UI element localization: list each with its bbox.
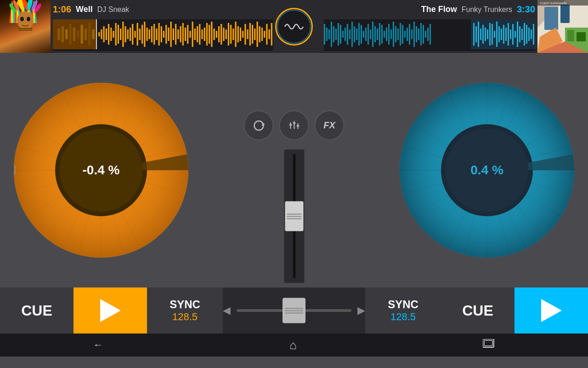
- track-title-left: Well: [76, 5, 93, 14]
- svg-rect-32: [118, 25, 119, 44]
- svg-rect-110: [349, 29, 351, 39]
- svg-rect-45: [149, 29, 150, 39]
- track-header-left: 1:06 Well DJ Sneak: [53, 2, 273, 15]
- svg-rect-90: [256, 22, 258, 47]
- pitch-handle[interactable]: [285, 201, 303, 231]
- crossfader-track-container[interactable]: [237, 309, 351, 312]
- svg-rect-36: [127, 29, 129, 39]
- play-button-right[interactable]: [514, 288, 588, 334]
- svg-rect-160: [503, 25, 504, 44]
- svg-rect-141: [420, 23, 422, 46]
- svg-rect-14: [62, 26, 64, 42]
- eq-button[interactable]: [279, 110, 309, 140]
- svg-rect-138: [413, 22, 415, 47]
- svg-rect-107: [342, 31, 344, 38]
- svg-rect-67: [201, 29, 203, 39]
- svg-rect-116: [363, 31, 364, 38]
- svg-rect-153: [487, 29, 488, 39]
- svg-rect-92: [261, 28, 263, 41]
- svg-rect-40: [137, 23, 138, 46]
- svg-rect-31: [115, 23, 117, 46]
- svg-rect-83: [240, 28, 241, 41]
- svg-rect-219: [296, 125, 299, 126]
- svg-rect-163: [510, 29, 511, 39]
- svg-rect-91: [259, 26, 260, 42]
- svg-rect-20: [85, 29, 87, 40]
- waveform-left[interactable]: [53, 19, 273, 51]
- svg-rect-217: [289, 124, 292, 126]
- svg-rect-132: [400, 23, 401, 46]
- svg-rect-62: [189, 31, 191, 38]
- svg-rect-170: [526, 25, 527, 44]
- back-button[interactable]: ←: [93, 339, 103, 351]
- system-bar: ← ⌂: [0, 334, 588, 356]
- svg-rect-152: [485, 28, 486, 41]
- svg-rect-173: [533, 24, 534, 45]
- center-logo: [273, 6, 315, 47]
- svg-rect-158: [498, 26, 500, 42]
- svg-rect-95: [269, 29, 270, 39]
- svg-rect-85: [244, 24, 246, 45]
- svg-rect-102: [331, 22, 332, 47]
- svg-rect-25: [101, 29, 102, 39]
- loop-button[interactable]: [244, 110, 274, 140]
- svg-text:CUBIST EXPANSION: CUBIST EXPANSION: [540, 2, 566, 5]
- svg-rect-60: [185, 28, 186, 41]
- turntable-left[interactable]: /* rays drawn below */: [14, 83, 188, 258]
- svg-rect-177: [560, 5, 570, 23]
- waveform-right[interactable]: [324, 19, 535, 51]
- top-bar-left: 1:06 Well DJ Sneak: [51, 2, 273, 51]
- svg-rect-134: [404, 31, 406, 38]
- svg-rect-59: [182, 23, 184, 46]
- bpm-right: 128.5: [390, 311, 416, 323]
- play-icon-left: [100, 299, 121, 322]
- svg-rect-218: [293, 122, 295, 124]
- svg-rect-130: [395, 26, 396, 42]
- svg-rect-69: [206, 23, 208, 46]
- svg-rect-87: [249, 23, 251, 46]
- track-header-right: 3:30 Funky Trunkers The Flow: [421, 2, 535, 15]
- svg-rect-48: [156, 29, 157, 40]
- svg-rect-176: [544, 7, 558, 30]
- time-right: 3:30: [517, 4, 535, 15]
- svg-rect-22: [92, 29, 95, 39]
- fx-button[interactable]: FX: [315, 110, 345, 140]
- svg-rect-55: [173, 29, 174, 40]
- cue-button-right[interactable]: CUE: [441, 288, 514, 334]
- svg-rect-97: [96, 19, 97, 49]
- svg-rect-18: [77, 31, 79, 38]
- svg-point-8: [20, 17, 24, 21]
- cue-button-left[interactable]: CUE: [0, 288, 74, 334]
- crossfader-area[interactable]: ◀ ▶: [223, 288, 365, 334]
- album-art-left[interactable]: [0, 0, 51, 53]
- svg-rect-117: [365, 28, 367, 41]
- svg-rect-114: [358, 23, 360, 46]
- svg-rect-72: [214, 29, 215, 40]
- sync-button-right[interactable]: SYNC 128.5: [365, 288, 441, 334]
- track-artist-left: DJ Sneak: [97, 6, 129, 14]
- play-button-left[interactable]: [74, 288, 147, 334]
- svg-rect-139: [416, 26, 417, 42]
- turntable-right[interactable]: 0.4 %: [400, 83, 574, 258]
- sync-button-left[interactable]: SYNC 128.5: [147, 288, 223, 334]
- svg-rect-111: [351, 22, 353, 47]
- svg-rect-52: [165, 25, 167, 44]
- svg-rect-140: [418, 29, 419, 40]
- svg-rect-144: [427, 28, 429, 41]
- svg-rect-119: [370, 29, 371, 39]
- svg-rect-30: [113, 31, 114, 38]
- logo-circle: [275, 8, 313, 46]
- svg-rect-124: [381, 25, 383, 44]
- crossfader-handle[interactable]: [283, 298, 305, 323]
- recents-button[interactable]: [483, 339, 495, 351]
- svg-rect-150: [480, 29, 481, 40]
- time-left: 1:06: [53, 4, 71, 15]
- svg-rect-16: [69, 24, 71, 45]
- svg-rect-115: [361, 25, 362, 44]
- home-button[interactable]: ⌂: [289, 338, 297, 352]
- pitch-fader[interactable]: [284, 150, 304, 283]
- sync-label-right: SYNC: [388, 298, 418, 311]
- svg-rect-80: [232, 29, 234, 40]
- album-art-right[interactable]: CUBIST EXPANSION: [537, 0, 588, 53]
- svg-rect-57: [177, 29, 179, 39]
